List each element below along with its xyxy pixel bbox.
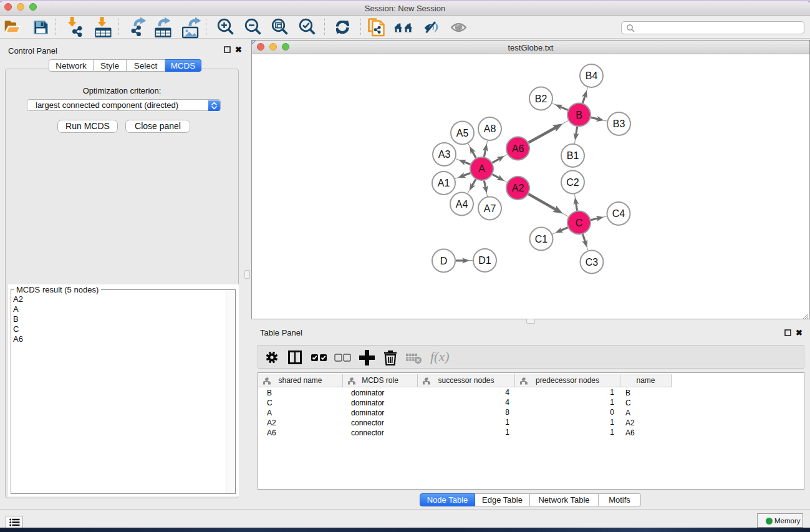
svg-text:B1: B1: [566, 150, 579, 161]
svg-text:A1: A1: [437, 178, 450, 188]
svg-text:C4: C4: [612, 208, 625, 219]
svg-text:A5: A5: [456, 127, 468, 138]
svg-text:C2: C2: [566, 177, 579, 187]
svg-text:B3: B3: [612, 118, 625, 129]
svg-text:A4: A4: [455, 198, 468, 209]
svg-text:C1: C1: [534, 233, 547, 244]
svg-text:D: D: [440, 255, 447, 266]
svg-text:A6: A6: [511, 143, 524, 153]
svg-text:A3: A3: [438, 149, 450, 160]
svg-text:B2: B2: [534, 93, 547, 104]
svg-text:D1: D1: [478, 255, 491, 266]
svg-text:A: A: [478, 163, 485, 174]
svg-text:B: B: [576, 109, 582, 120]
svg-text:A8: A8: [483, 123, 496, 134]
svg-text:C: C: [575, 217, 582, 228]
svg-text:C3: C3: [585, 256, 598, 267]
svg-text:B4: B4: [585, 70, 597, 81]
svg-text:A2: A2: [511, 183, 524, 193]
svg-text:A7: A7: [483, 203, 496, 213]
